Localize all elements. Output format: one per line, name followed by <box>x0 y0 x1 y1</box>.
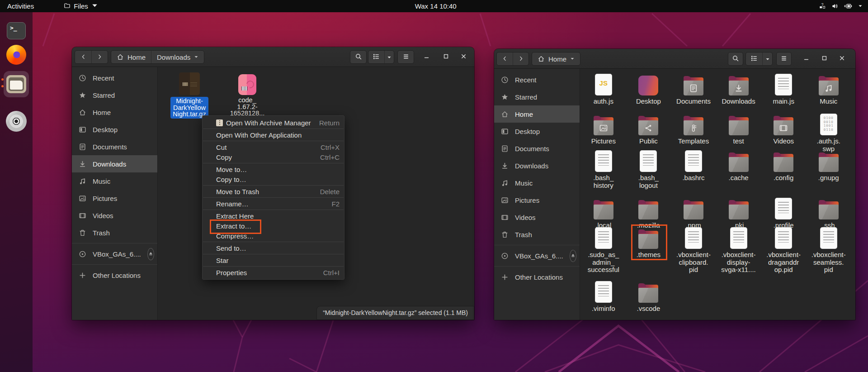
menu-button[interactable] <box>397 50 414 64</box>
file-item-templates[interactable]: Templates <box>671 113 716 153</box>
menu-item-move-to[interactable]: Move to… <box>203 164 344 174</box>
file-item--bash[interactable]: .bash_ history <box>581 149 626 189</box>
file-item-main-js[interactable]: main.js <box>761 73 806 105</box>
file-item--sudo-as[interactable]: .sudo_as_ admin_ successful <box>581 226 626 274</box>
forward-button[interactable] <box>91 51 108 63</box>
sidebar-item-vbox-gas-6-[interactable]: VBox_GAs_6.... <box>494 247 580 264</box>
sidebar-item-home[interactable]: Home <box>72 104 157 121</box>
back-button[interactable] <box>75 51 91 63</box>
menu-item-copy[interactable]: CopyCtrl+C <box>203 152 344 162</box>
menu-item-cut[interactable]: CutCtrl+X <box>203 142 344 152</box>
right-file-area[interactable]: JSauth.jsDesktopDocumentsDownloadsmain.j… <box>580 69 855 320</box>
menu-item-star[interactable]: Star <box>203 255 344 265</box>
file-item--config[interactable]: .config <box>761 149 806 189</box>
clock[interactable]: Wax 14 10:40 <box>415 0 457 12</box>
menu-item-copy-to[interactable]: Copy to… <box>203 174 344 184</box>
path-segment-home[interactable]: Home <box>111 51 151 63</box>
sidebar-item-documents[interactable]: Documents <box>494 140 580 157</box>
menu-item-extract-to[interactable]: Extract to… <box>203 221 344 231</box>
file-item-pictures[interactable]: Pictures <box>581 113 626 153</box>
file-item-documents[interactable]: Documents <box>671 73 716 105</box>
path-segment-home[interactable]: Home <box>532 52 580 65</box>
file-item--bashrc[interactable]: .bashrc <box>671 149 716 189</box>
sidebar-item-videos[interactable]: Videos <box>494 209 580 226</box>
file-item-midnight-[interactable]: Midnight- DarkYellow Night.tar.gz <box>168 71 211 119</box>
sidebar-item-recent[interactable]: Recent <box>494 71 580 88</box>
sidebar-item-downloads[interactable]: Downloads <box>72 155 157 172</box>
close-button[interactable] <box>458 52 469 62</box>
file-item--vboxclient[interactable]: .vboxclient- display- svga-x11.... <box>716 226 761 274</box>
app-menu-button[interactable]: Files <box>59 0 103 12</box>
sidebar-item-documents[interactable]: Documents <box>72 138 157 155</box>
file-item--gnupg[interactable]: .gnupg <box>806 149 851 189</box>
file-item--auth-js[interactable]: 0100 0010 1001 0110.auth.js. swp <box>806 113 851 153</box>
file-item--viminfo[interactable]: .viminfo <box>581 280 626 313</box>
view-options-button[interactable] <box>384 51 394 63</box>
menu-item-send-to[interactable]: Send to… <box>203 243 344 253</box>
file-item-auth-js[interactable]: JSauth.js <box>581 73 626 105</box>
list-view-button[interactable] <box>368 51 384 63</box>
file-item-test[interactable]: test <box>716 113 761 153</box>
activities-button[interactable]: Activities <box>0 0 41 12</box>
minimize-button[interactable] <box>421 52 432 62</box>
sidebar-item-trash[interactable]: Trash <box>494 226 580 243</box>
sidebar-item-pictures[interactable]: Pictures <box>494 191 580 209</box>
file-item-downloads[interactable]: Downloads <box>716 73 761 105</box>
file-item--vboxclient[interactable]: .vboxclient- draganddr op.pid <box>761 226 806 274</box>
file-item-desktop[interactable]: Desktop <box>626 73 671 105</box>
maximize-button[interactable] <box>440 52 451 62</box>
file-item--ssh[interactable]: .ssh <box>806 197 851 229</box>
sidebar-item-music[interactable]: Music <box>494 174 580 191</box>
file-item-code-[interactable]: code_ 1.67.2- 16528128... <box>226 71 269 117</box>
sidebar-item-starred[interactable]: Starred <box>494 88 580 105</box>
search-button[interactable] <box>728 52 743 66</box>
file-item-public[interactable]: Public <box>626 113 671 153</box>
sidebar-item-downloads[interactable]: Downloads <box>494 157 580 174</box>
file-item-videos[interactable]: Videos <box>761 113 806 153</box>
file-item--local[interactable]: .local <box>581 197 626 229</box>
file-item-music[interactable]: Music <box>806 73 851 105</box>
file-item--npm[interactable]: .npm <box>671 197 716 229</box>
back-button[interactable] <box>497 52 513 65</box>
file-item--themes[interactable]: .themes <box>626 226 671 274</box>
menu-item-properties[interactable]: PropertiesCtrl+I <box>203 267 344 277</box>
eject-button[interactable] <box>147 248 154 260</box>
file-item--vscode[interactable]: .vscode <box>626 280 671 313</box>
view-options-button[interactable] <box>762 52 772 65</box>
right-titlebar[interactable]: Home <box>494 49 855 69</box>
close-button[interactable] <box>836 53 847 64</box>
dock-terminal-button[interactable]: >_ <box>7 22 26 39</box>
forward-button[interactable] <box>513 52 528 65</box>
sidebar-item-desktop[interactable]: Desktop <box>494 123 580 140</box>
sidebar-item-music[interactable]: Music <box>72 172 157 190</box>
sidebar-item-home[interactable]: Home <box>494 105 580 123</box>
sidebar-item-vbox-gas-6-[interactable]: VBox_GAs_6.... <box>72 245 157 262</box>
menu-button[interactable] <box>776 52 792 66</box>
menu-item-rename[interactable]: Rename…F2 <box>203 199 344 209</box>
menu-item-compress[interactable]: Compress… <box>203 231 344 241</box>
system-status-area[interactable]: ? <box>816 0 865 12</box>
sidebar-item-desktop[interactable]: Desktop <box>72 121 157 138</box>
sidebar-item-starred[interactable]: Starred <box>72 86 157 104</box>
file-item--bash[interactable]: .bash_ logout <box>626 149 671 189</box>
file-item--pki[interactable]: .pki <box>716 197 761 229</box>
path-segment-current[interactable]: Downloads <box>151 51 204 63</box>
file-item--vboxclient[interactable]: .vboxclient- clipboard. pid <box>671 226 716 274</box>
menu-item-move-to-trash[interactable]: Move to TrashDelete <box>203 186 344 196</box>
sidebar-item-trash[interactable]: Trash <box>72 224 157 241</box>
sidebar-item-recent[interactable]: Recent <box>72 69 157 86</box>
search-button[interactable] <box>350 50 367 64</box>
dock-files-button[interactable] <box>4 71 29 97</box>
file-item--profile[interactable]: .profile <box>761 197 806 229</box>
eject-button[interactable] <box>570 250 576 262</box>
file-item--cache[interactable]: .cache <box>716 149 761 189</box>
sidebar-item-pictures[interactable]: Pictures <box>72 190 157 207</box>
list-view-button[interactable] <box>746 52 762 65</box>
sidebar-item-other-locations[interactable]: Other Locations <box>72 267 157 284</box>
maximize-button[interactable] <box>819 53 830 64</box>
left-titlebar[interactable]: Home Downloads <box>72 47 474 67</box>
file-item--vboxclient[interactable]: .vboxclient- seamless. pid <box>806 226 851 274</box>
sidebar-item-videos[interactable]: Videos <box>72 207 157 224</box>
sidebar-item-other-locations[interactable]: Other Locations <box>494 268 580 286</box>
dock-firefox-button[interactable] <box>6 45 26 65</box>
